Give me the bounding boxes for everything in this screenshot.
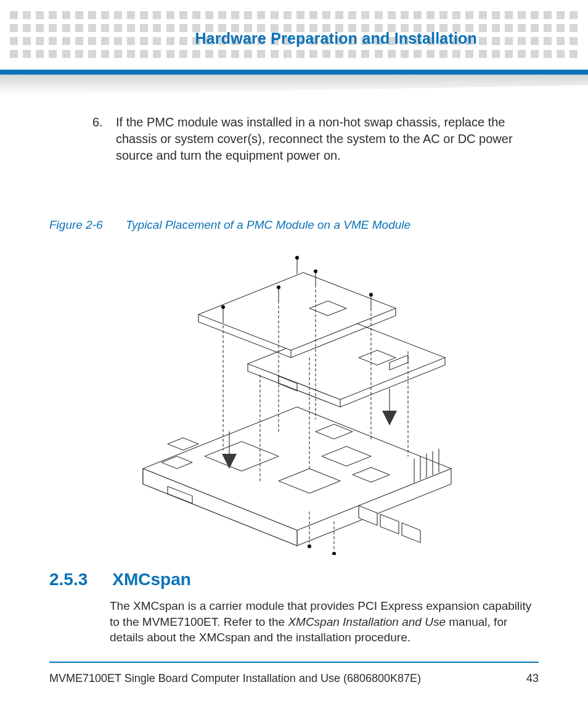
list-item-text: If the PMC module was installed in a non… [116, 114, 539, 164]
chapter-title: Hardware Preparation and Installation [195, 30, 477, 47]
footer-doc-title: MVME7100ET Single Board Computer Install… [49, 672, 421, 685]
header-shadow [0, 75, 588, 96]
svg-marker-11 [359, 506, 377, 525]
svg-marker-0 [143, 407, 451, 530]
section-title: XMCspan [112, 570, 191, 589]
page: for(let i=0;i<44;i++)document.write('<sp… [0, 0, 588, 706]
figure-2-6 [49, 247, 539, 555]
figure-number: Figure 2-6 [49, 218, 103, 231]
header-rule [0, 70, 588, 75]
svg-marker-13 [402, 523, 420, 543]
content-area: 6. If the PMC module was installed in a … [49, 114, 539, 646]
svg-point-34 [314, 269, 317, 273]
section-number: 2.5.3 [49, 570, 88, 589]
list-item-number: 6. [92, 114, 108, 164]
section-paragraph: The XMCspan is a carrier module that pro… [110, 598, 539, 646]
section-heading: 2.5.3 XMCspan [49, 570, 539, 589]
svg-point-36 [369, 293, 373, 297]
ordered-list-item-6: 6. If the PMC module was installed in a … [92, 114, 539, 164]
svg-point-32 [277, 285, 280, 289]
svg-point-46 [332, 552, 336, 555]
para-text-italic: XMCspan Installation and Use [288, 615, 446, 628]
footer-rule [49, 662, 539, 663]
page-footer: MVME7100ET Single Board Computer Install… [49, 672, 539, 685]
svg-point-30 [221, 305, 225, 309]
svg-marker-12 [380, 514, 399, 534]
svg-point-45 [308, 544, 311, 548]
figure-title: Typical Placement of a PMC Module on a V… [126, 218, 410, 231]
svg-marker-42 [382, 411, 397, 425]
figure-caption: Figure 2-6 Typical Placement of a PMC Mo… [49, 218, 539, 232]
pmc-module-diagram [125, 247, 463, 555]
footer-page-number: 43 [526, 672, 539, 685]
svg-point-38 [295, 256, 299, 260]
